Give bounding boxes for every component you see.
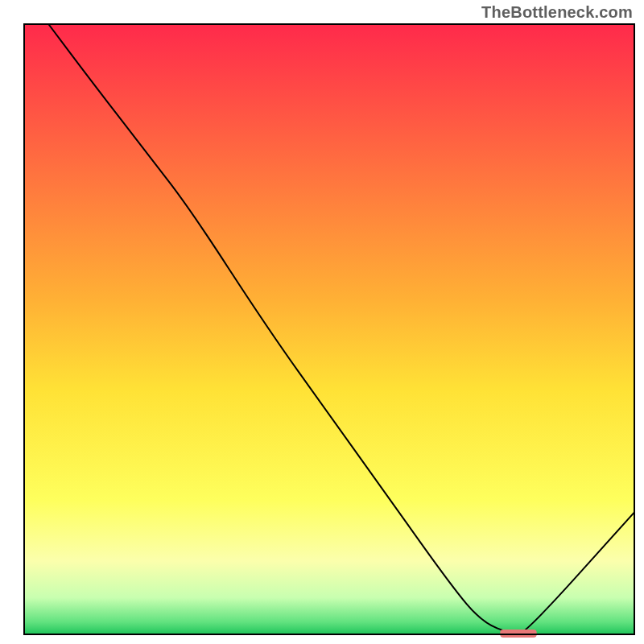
bottleneck-chart <box>0 0 644 644</box>
chart-container: TheBottleneck.com <box>0 0 644 644</box>
watermark-text: TheBottleneck.com <box>481 3 633 22</box>
plot-background <box>24 24 634 634</box>
